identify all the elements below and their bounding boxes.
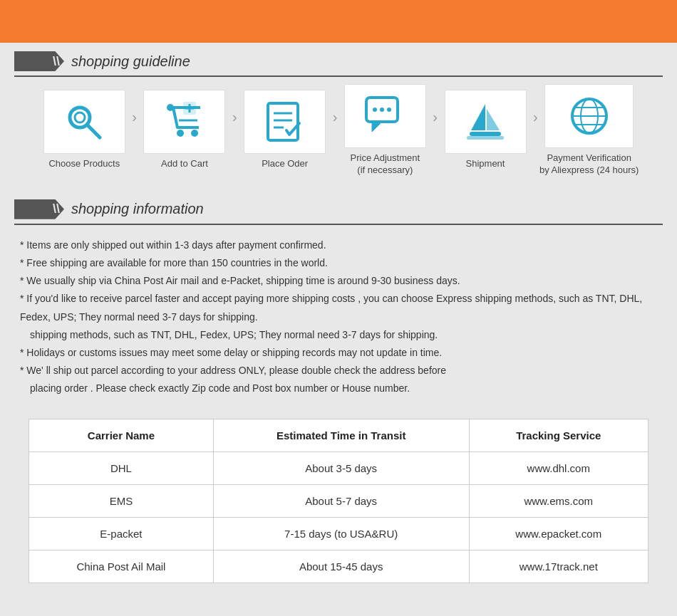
step-shipment: Shipment (439, 90, 532, 170)
info-section: * Items are only shipped out within 1-3 … (0, 225, 677, 405)
svg-point-6 (177, 130, 184, 137)
svg-rect-21 (470, 132, 501, 136)
shipping-table-container: Carrier Name Estimated Time in Transit T… (29, 419, 648, 583)
step-label-4: Price Adjustment (if necessary) (351, 152, 420, 177)
tracking-service-3: www.epacket.com (469, 518, 648, 550)
info-line-3: * We usually ship via China Post Air mai… (20, 272, 657, 290)
payment-icon (568, 95, 611, 137)
tracking-service-4: www.17track.net (469, 550, 648, 583)
arrow-3: › (333, 109, 338, 125)
step-icon-box-4 (344, 84, 426, 148)
shopping-guideline-title: shopping guideline (71, 53, 190, 70)
svg-rect-22 (467, 136, 504, 140)
table-row: China Post Ail Mail About 15-45 days www… (29, 550, 648, 583)
carrier-name-2: EMS (29, 485, 214, 518)
transit-time-4: About 15-45 days (213, 550, 469, 583)
transit-time-3: 7-15 days (to USA&RU) (213, 518, 469, 550)
search-icon (63, 100, 105, 143)
transit-time-2: About 5-7 days (213, 485, 469, 518)
svg-marker-19 (471, 104, 485, 130)
step-choose-products: Choose Products (38, 90, 130, 170)
step-icon-box-1 (43, 90, 125, 154)
table-header-tracking: Tracking Service (469, 419, 648, 452)
info-line-4: * If you'd like to receive parcel faster… (20, 290, 657, 325)
step-label-6: Payment Verification by Aliexpress (24 h… (539, 152, 639, 177)
svg-point-7 (191, 130, 198, 137)
tracking-service-2: www.ems.com (469, 485, 648, 518)
step-label-1: Choose Products (48, 158, 120, 170)
svg-marker-20 (487, 109, 500, 130)
table-row: EMS About 5-7 days www.ems.com (29, 485, 648, 518)
carrier-name-3: E-packet (29, 518, 214, 550)
step-place-order: Place Oder (239, 90, 331, 170)
shopping-information-title: shopping information (71, 201, 204, 217)
info-line-5: * Holidays or customs issues may meet so… (20, 344, 657, 362)
carrier-name-4: China Post Ail Mail (29, 550, 214, 583)
arrow-4: › (433, 109, 438, 125)
arrow-1: › (132, 109, 137, 125)
carrier-name-1: DHL (29, 452, 214, 485)
cart-icon (163, 100, 206, 143)
step-label-5: Shipment (466, 158, 505, 170)
step-add-to-cart: Add to Cart (138, 90, 231, 170)
tracking-service-1: www.dhl.com (469, 452, 648, 485)
arrow-5: › (533, 109, 538, 125)
svg-line-1 (87, 125, 100, 137)
step-icon-box-6 (544, 84, 634, 148)
svg-point-16 (373, 108, 377, 112)
step-label-3: Place Oder (262, 158, 308, 170)
step-icon-box-5 (445, 90, 527, 154)
steps-container: Choose Products › Add to Cart › (0, 77, 677, 191)
svg-point-2 (75, 113, 85, 122)
chat-icon (363, 95, 406, 137)
table-row: DHL About 3-5 days www.dhl.com (29, 452, 648, 485)
info-line-2: * Free shipping are available for more t… (20, 254, 657, 272)
table-header-carrier: Carrier Name (29, 419, 214, 452)
transit-time-1: About 3-5 days (213, 452, 469, 485)
info-line-6a: * We' ll ship out parcel according to yo… (20, 362, 657, 380)
svg-point-18 (387, 108, 391, 112)
table-row: E-packet 7-15 days (to USA&RU) www.epack… (29, 518, 648, 550)
step-label-2: Add to Cart (161, 158, 208, 170)
info-line-4b: shipping methods, such as TNT, DHL, Fede… (20, 326, 657, 344)
orange-header (0, 0, 677, 43)
table-header-time: Estimated Time in Transit (213, 419, 469, 452)
info-line-1: * Items are only shipped out within 1-3 … (20, 236, 657, 254)
svg-rect-11 (268, 103, 298, 140)
step-icon-box-3 (244, 90, 326, 154)
shipping-table: Carrier Name Estimated Time in Transit T… (29, 419, 648, 583)
order-icon (264, 100, 306, 143)
step-payment-verification: Payment Verification by Aliexpress (24 h… (539, 84, 639, 177)
svg-point-17 (380, 108, 384, 112)
info-line-6b: placing order . Please check exactly Zip… (20, 380, 657, 397)
step-price-adjustment: Price Adjustment (if necessary) (338, 84, 431, 177)
step-icon-box-2 (143, 90, 225, 154)
ship-icon (464, 100, 507, 143)
arrow-2: › (232, 109, 237, 125)
